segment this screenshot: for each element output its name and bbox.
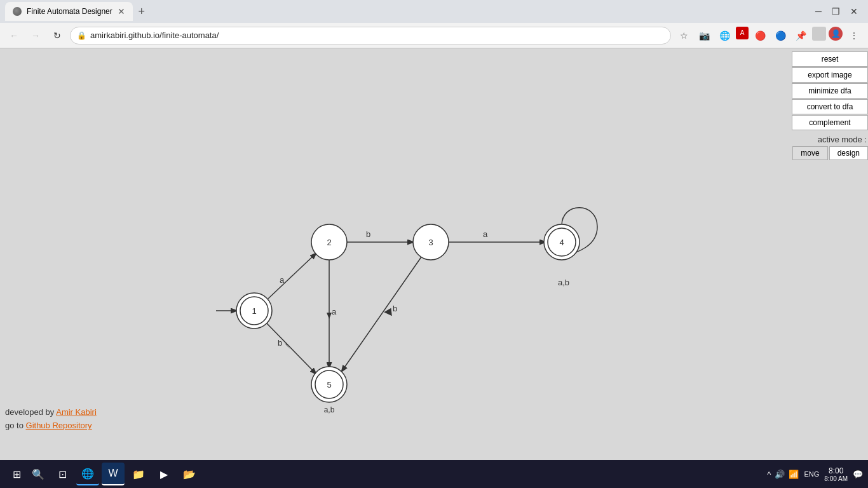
lock-icon: 🔒 xyxy=(77,31,86,40)
footer-developed-text: developed by xyxy=(5,407,56,417)
move-mode-button[interactable]: move xyxy=(792,146,827,160)
node-4-label: 4 xyxy=(559,238,564,247)
profile-icon[interactable]: 👤 xyxy=(829,27,843,41)
edge-2-5-mid-arrow xyxy=(327,313,332,319)
taskbar-wifi-icon[interactable]: 📶 xyxy=(789,470,799,479)
restore-window-button[interactable]: ❒ xyxy=(832,6,840,17)
screenshot-icon[interactable]: 📷 xyxy=(695,27,713,44)
automata-diagram: a b b a a b a,b xyxy=(0,49,868,461)
extension2-icon[interactable]: 🔴 xyxy=(751,27,769,44)
edge-1-5-label: b xyxy=(278,338,282,348)
node-2-label: 2 xyxy=(327,238,331,247)
taskbar-apps: ⊡ 🌐 W 📁 ▶ 📂 xyxy=(51,463,201,485)
footer-line1: developed by Amir Kabiri xyxy=(5,406,97,419)
menu-icon[interactable]: ⋮ xyxy=(845,27,863,44)
right-panel: reset export image minimize dfa convert … xyxy=(792,51,868,160)
taskbar-system-icons: ^ 🔊 📶 xyxy=(767,470,799,479)
convert-to-dfa-button[interactable]: convert to dfa xyxy=(792,99,868,114)
design-mode-button[interactable]: design xyxy=(829,146,868,160)
edge-1-2-label: a xyxy=(280,275,285,285)
taskbar-chevron-icon[interactable]: ^ xyxy=(767,470,771,479)
edge-2-3-label: b xyxy=(366,229,370,239)
edge-4-4-label: a,b xyxy=(558,278,569,287)
footer-author-link[interactable]: Amir Kabiri xyxy=(56,407,97,417)
export-image-button[interactable]: export image xyxy=(792,67,868,83)
tab-favicon xyxy=(13,7,22,16)
main-content: a b b a a b a,b xyxy=(0,49,868,461)
edge-3-4-label: a xyxy=(483,229,488,239)
taskbar-start-button[interactable]: ⊞ xyxy=(5,463,28,485)
taskbar-app-taskview[interactable]: ⊡ xyxy=(51,463,74,485)
active-mode-label: active mode : xyxy=(818,135,867,144)
taskbar: ⊞ 🔍 ⊡ 🌐 W 📁 ▶ 📂 ^ 🔊 📶 ENG 8:00 8:00 AM 💬 xyxy=(0,460,868,488)
edge-1-2-arrow xyxy=(287,274,293,281)
taskbar-volume-icon[interactable]: 🔊 xyxy=(775,470,785,479)
bookmark-icon[interactable]: ☆ xyxy=(675,27,693,44)
edge-1-5 xyxy=(266,322,316,374)
edge-3-5-label: b xyxy=(393,304,397,313)
minimize-window-button[interactable]: ─ xyxy=(815,6,822,17)
taskbar-app-explorer[interactable]: 📁 xyxy=(127,463,150,485)
extension5-icon[interactable] xyxy=(812,27,826,41)
taskbar-search-button[interactable]: 🔍 xyxy=(28,464,48,484)
taskbar-app-files[interactable]: 📂 xyxy=(178,463,201,485)
taskbar-app-browser[interactable]: 🌐 xyxy=(76,463,99,485)
node-5-label: 5 xyxy=(327,380,331,390)
title-bar: Finite Automata Designer ✕ + ─ ❒ ✕ xyxy=(0,0,868,23)
node-1-label: 1 xyxy=(252,306,256,316)
mode-buttons: move design xyxy=(792,146,868,160)
node-3-label: 3 xyxy=(428,238,433,247)
taskbar-time-display: 8:00 xyxy=(824,466,848,475)
minimize-dfa-button[interactable]: minimize dfa xyxy=(792,83,868,98)
footer-line2: go to Github Repository xyxy=(5,419,97,433)
extension3-icon[interactable]: 🔵 xyxy=(771,27,789,44)
taskbar-app-word[interactable]: W xyxy=(102,463,125,485)
tab-title: Finite Automata Designer xyxy=(27,7,112,16)
footer-repo-link[interactable]: Github Repository xyxy=(26,421,92,430)
browser-tab[interactable]: Finite Automata Designer ✕ xyxy=(5,2,133,21)
edge-1-2 xyxy=(268,254,316,299)
address-bar[interactable]: 🔒 amirkabiri.github.io/finite-automata/ xyxy=(70,27,671,44)
back-button[interactable]: ← xyxy=(5,27,23,44)
new-tab-button[interactable]: + xyxy=(133,3,151,20)
complement-button[interactable]: complement xyxy=(792,115,868,130)
taskbar-app-terminal[interactable]: ▶ xyxy=(153,463,175,485)
reset-button[interactable]: reset xyxy=(792,51,868,67)
nav-icons-right: ☆ 📷 🌐 A 🔴 🔵 📌 👤 ⋮ xyxy=(675,27,863,44)
edge-3-5 xyxy=(342,256,422,371)
edge-2-5-label: a xyxy=(332,307,337,316)
reload-button[interactable]: ↻ xyxy=(48,27,66,44)
close-window-button[interactable]: ✕ xyxy=(850,6,858,17)
canvas-area[interactable]: a b b a a b a,b xyxy=(0,49,868,461)
node-5-self-label: a,b xyxy=(324,405,335,414)
address-text: amirkabiri.github.io/finite-automata/ xyxy=(90,30,664,40)
taskbar-date-display: 8:00 AM xyxy=(824,475,848,482)
window-controls: ─ ❒ ✕ xyxy=(815,6,863,17)
browser-chrome: Finite Automata Designer ✕ + ─ ❒ ✕ ← → ↻… xyxy=(0,0,868,49)
footer: developed by Amir Kabiri go to Github Re… xyxy=(5,406,97,433)
taskbar-notification-icon[interactable]: 💬 xyxy=(853,470,863,479)
forward-button[interactable]: → xyxy=(27,27,44,44)
extension4-icon[interactable]: 📌 xyxy=(792,27,810,44)
footer-goto-text: go to xyxy=(5,421,26,430)
extensions-icon[interactable]: A xyxy=(736,27,749,39)
taskbar-right: ^ 🔊 📶 ENG 8:00 8:00 AM 💬 xyxy=(767,466,863,482)
taskbar-language[interactable]: ENG xyxy=(804,470,819,478)
taskbar-clock[interactable]: 8:00 8:00 AM xyxy=(824,466,848,482)
translate-icon[interactable]: 🌐 xyxy=(715,27,733,44)
tab-close-button[interactable]: ✕ xyxy=(118,6,125,17)
nav-bar: ← → ↻ 🔒 amirkabiri.github.io/finite-auto… xyxy=(0,23,868,48)
